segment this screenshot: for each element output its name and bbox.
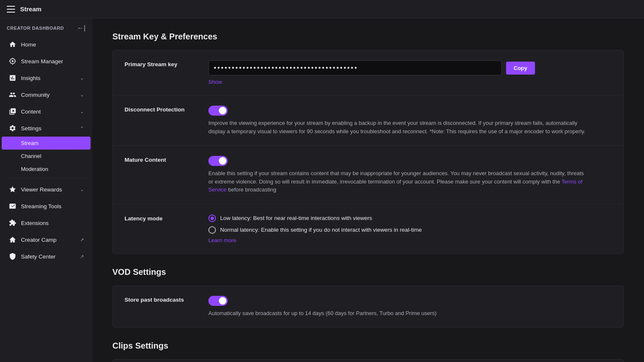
- streaming-tools-icon: [8, 202, 17, 210]
- clips-section-title: Clips Settings: [112, 341, 624, 351]
- insights-icon: [8, 74, 17, 82]
- copy-button[interactable]: Copy: [506, 62, 535, 75]
- clips-card: [112, 359, 624, 362]
- store-broadcasts-desc: Automatically save broadcasts for up to …: [208, 309, 586, 318]
- community-icon: [8, 90, 17, 99]
- sidebar-sub-item-channel-label: Channel: [21, 153, 41, 159]
- sidebar-sub-item-stream[interactable]: Stream: [2, 137, 91, 150]
- sidebar-header-label: CREATOR DASHBOARD: [7, 26, 64, 31]
- stream-key-card: Primary Stream key Copy Show Disconnect …: [112, 50, 624, 254]
- extensions-icon: [8, 219, 17, 227]
- sidebar-item-settings[interactable]: Settings ⌃: [2, 120, 91, 137]
- latency-radio-group: Low latency: Best for near real-time int…: [208, 215, 612, 234]
- latency-normal-item[interactable]: Normal latency: Enable this setting if y…: [208, 226, 612, 234]
- mature-content-label: Mature Content: [125, 156, 208, 163]
- sidebar-item-safety-center-label: Safety Center: [21, 253, 76, 260]
- insights-chevron-icon: ⌄: [80, 75, 84, 81]
- disconnect-protection-desc: Improve the viewing experience for your …: [208, 119, 586, 135]
- community-chevron-icon: ⌄: [80, 92, 84, 98]
- sidebar-sub-item-moderation[interactable]: Moderation: [2, 163, 91, 176]
- sidebar-item-streaming-tools[interactable]: Streaming Tools: [2, 198, 91, 215]
- store-broadcasts-content: Automatically save broadcasts for up to …: [208, 296, 612, 318]
- creator-camp-icon: [8, 235, 17, 244]
- sidebar-collapse-icon[interactable]: ←|: [77, 24, 86, 32]
- sidebar-item-settings-label: Settings: [21, 125, 76, 132]
- vod-section-title: VOD Settings: [112, 267, 624, 277]
- learn-more-link[interactable]: Learn more: [208, 237, 612, 243]
- sidebar-sub-item-moderation-label: Moderation: [21, 166, 48, 172]
- sidebar-item-community-label: Community: [21, 92, 76, 98]
- latency-low-radio[interactable]: [208, 215, 216, 222]
- stream-key-section-title: Stream Key & Preferences: [112, 32, 624, 41]
- content-icon: [8, 107, 17, 116]
- topbar-title: Stream: [20, 5, 42, 13]
- topbar: Stream: [0, 0, 644, 18]
- store-broadcasts-row: Store past broadcasts Automatically save…: [113, 286, 623, 328]
- mature-content-desc: Enable this setting if your stream conta…: [208, 169, 586, 194]
- safety-center-icon: [8, 252, 17, 261]
- sidebar-item-content[interactable]: Content ⌄: [2, 103, 91, 120]
- sidebar-sub-item-channel[interactable]: Channel: [2, 150, 91, 163]
- stream-key-input-row: Copy: [208, 60, 612, 75]
- menu-icon[interactable]: [7, 6, 15, 13]
- show-link[interactable]: Show: [208, 79, 612, 85]
- settings-chevron-icon: ⌃: [80, 126, 84, 131]
- disconnect-protection-label: Disconnect Protection: [125, 106, 208, 113]
- primary-stream-key-label: Primary Stream key: [125, 60, 208, 67]
- sidebar: CREATOR DASHBOARD ←| Home Stream Manager…: [0, 18, 92, 362]
- sidebar-item-creator-camp-label: Creator Camp: [21, 237, 76, 243]
- sidebar-item-content-label: Content: [21, 109, 76, 115]
- sidebar-item-extensions-label: Extensions: [21, 220, 84, 226]
- settings-icon: [8, 124, 17, 132]
- creator-camp-ext-icon: ↗: [80, 237, 84, 243]
- sidebar-item-safety-center[interactable]: Safety Center ↗: [2, 248, 91, 265]
- latency-mode-label: Latency mode: [125, 215, 208, 222]
- vod-card: Store past broadcasts Automatically save…: [112, 285, 624, 328]
- sidebar-item-streaming-tools-label: Streaming Tools: [21, 203, 84, 209]
- sidebar-item-home[interactable]: Home: [2, 36, 91, 53]
- stream-key-input[interactable]: [208, 60, 502, 75]
- content-chevron-icon: ⌄: [80, 109, 84, 114]
- latency-low-label: Low latency: Best for near real-time int…: [220, 215, 372, 221]
- sidebar-item-creator-camp[interactable]: Creator Camp ↗: [2, 231, 91, 248]
- viewer-rewards-icon: [8, 185, 17, 194]
- mature-content-toggle-wrap: [208, 156, 612, 166]
- sidebar-item-viewer-rewards-label: Viewer Rewards: [21, 186, 76, 193]
- sidebar-sub-item-stream-label: Stream: [21, 140, 39, 146]
- latency-mode-row: Latency mode Low latency: Best for near …: [113, 204, 623, 253]
- mature-content-content: Enable this setting if your stream conta…: [208, 156, 612, 194]
- sidebar-item-insights[interactable]: Insights ⌄: [2, 70, 91, 86]
- primary-stream-key-row: Primary Stream key Copy Show: [113, 50, 623, 96]
- store-broadcasts-toggle[interactable]: [208, 296, 228, 306]
- svg-point-0: [12, 60, 14, 62]
- sidebar-item-home-label: Home: [21, 41, 84, 48]
- mature-content-desc-pre: Enable this setting if your stream conta…: [208, 170, 584, 185]
- sidebar-header: CREATOR DASHBOARD ←|: [0, 18, 92, 36]
- sidebar-divider-1: [5, 178, 87, 178]
- safety-center-ext-icon: ↗: [80, 254, 84, 259]
- sidebar-item-insights-label: Insights: [21, 75, 76, 81]
- disconnect-protection-toggle[interactable]: [208, 106, 228, 116]
- home-icon: [8, 40, 17, 49]
- sidebar-item-stream-manager[interactable]: Stream Manager: [2, 53, 91, 70]
- store-broadcasts-toggle-wrap: [208, 296, 612, 306]
- sidebar-item-viewer-rewards[interactable]: Viewer Rewards ⌄: [2, 181, 91, 198]
- latency-low-item[interactable]: Low latency: Best for near real-time int…: [208, 215, 612, 222]
- viewer-rewards-chevron-icon: ⌄: [80, 187, 84, 192]
- mature-content-desc-post: before broadcasting: [226, 186, 276, 193]
- latency-normal-label: Normal latency: Enable this setting if y…: [220, 227, 422, 233]
- sidebar-item-community[interactable]: Community ⌄: [2, 86, 91, 103]
- mature-content-toggle[interactable]: [208, 156, 228, 166]
- sidebar-item-stream-manager-label: Stream Manager: [21, 58, 84, 65]
- stream-manager-icon: [8, 57, 17, 65]
- primary-stream-key-content: Copy Show: [208, 60, 612, 85]
- disconnect-protection-content: Improve the viewing experience for your …: [208, 106, 612, 135]
- mature-content-row: Mature Content Enable this setting if yo…: [113, 146, 623, 204]
- store-broadcasts-label: Store past broadcasts: [125, 296, 208, 303]
- disconnect-protection-toggle-wrap: [208, 106, 612, 116]
- main-content: Stream Key & Preferences Primary Stream …: [92, 18, 644, 362]
- layout: CREATOR DASHBOARD ←| Home Stream Manager…: [0, 18, 644, 362]
- latency-mode-content: Low latency: Best for near real-time int…: [208, 215, 612, 243]
- latency-normal-radio[interactable]: [208, 226, 216, 234]
- sidebar-item-extensions[interactable]: Extensions: [2, 215, 91, 231]
